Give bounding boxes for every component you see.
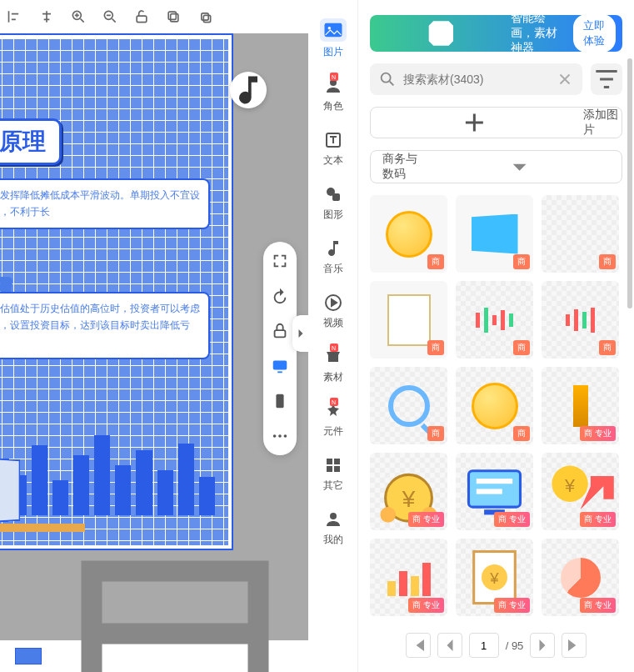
layout-icon[interactable]: [50, 529, 300, 672]
nav-item-文本[interactable]: 文本: [323, 127, 343, 171]
asset-badge: 商: [427, 426, 444, 441]
asset-item[interactable]: 商: [370, 195, 447, 273]
bar-chart-graphic[interactable]: [0, 415, 215, 515]
filter-button[interactable]: [591, 63, 622, 95]
asset-item[interactable]: 商: [542, 281, 619, 359]
new-badge: N: [330, 73, 338, 81]
asset-item[interactable]: 商: [370, 281, 447, 359]
ai-banner[interactable]: 智能绘画，素材神器 立即体验: [370, 15, 622, 52]
asset-badge: 商: [427, 254, 444, 269]
nav-label: 素材: [323, 370, 343, 384]
svg-rect-8: [273, 361, 287, 370]
asset-item[interactable]: ¥商 专业: [542, 453, 619, 530]
align-center-icon[interactable]: [38, 8, 55, 25]
svg-point-30: [380, 507, 396, 523]
asset-badge: 商 专业: [494, 598, 530, 613]
asset-badge: 商 专业: [494, 512, 530, 527]
zoom-out-icon[interactable]: [102, 8, 118, 25]
nav-item-其它[interactable]: 其它: [323, 452, 343, 496]
laptop-graphic[interactable]: [0, 454, 20, 527]
svg-point-26: [330, 513, 337, 519]
svg-rect-2: [137, 16, 147, 22]
canvas-document[interactable]: 原理 1 。能够发挥降低摊低成本平滑波动。单期投入不宜设置过高，不利于长 及时止…: [0, 33, 233, 550]
nav-item-视频[interactable]: 视频: [323, 289, 343, 333]
asset-badge: 商: [513, 426, 530, 441]
page-prev-button[interactable]: [437, 633, 462, 658]
asset-item[interactable]: ¥商 专业: [370, 453, 447, 530]
ai-banner-text: 智能绘画，素材神器: [511, 11, 565, 56]
nav-item-图形[interactable]: 图形: [323, 181, 343, 225]
nav-icon: [323, 293, 343, 313]
search-box[interactable]: [370, 63, 582, 95]
svg-rect-22: [327, 459, 332, 464]
nav-item-音乐[interactable]: 音乐: [323, 235, 343, 279]
svg-rect-14: [92, 571, 258, 672]
asset-item[interactable]: 商 专业: [542, 539, 619, 616]
redo-icon[interactable]: [271, 287, 289, 305]
copy-icon[interactable]: [165, 8, 182, 25]
asset-item[interactable]: 商 专业: [456, 453, 533, 530]
pagination: / 95: [370, 627, 622, 664]
asset-item[interactable]: 商 专业: [542, 367, 619, 444]
nav-label: 元件: [323, 424, 343, 439]
display-icon[interactable]: [271, 357, 289, 375]
asset-item[interactable]: ¥商 专业: [456, 539, 533, 616]
nav-item-图片[interactable]: 图片: [320, 15, 347, 63]
asset-item[interactable]: 商: [456, 281, 533, 359]
nav-item-素材[interactable]: N素材: [323, 344, 343, 388]
add-image-label: 添加图片: [583, 108, 622, 138]
page-next-button[interactable]: [530, 633, 555, 658]
clear-icon[interactable]: [556, 63, 574, 95]
ai-banner-button[interactable]: 立即体验: [573, 14, 616, 53]
page-input[interactable]: [469, 633, 499, 658]
nav-item-角色[interactable]: N角色: [323, 73, 343, 117]
align-left-icon[interactable]: [7, 8, 23, 25]
svg-rect-4: [168, 12, 176, 19]
asset-item[interactable]: 商: [456, 195, 533, 273]
svg-rect-5: [202, 13, 208, 20]
lock-icon[interactable]: [271, 322, 289, 340]
asset-badge: 商 专业: [580, 426, 616, 441]
nav-icon: [323, 130, 343, 150]
layers-icon[interactable]: [197, 8, 213, 25]
nav-item-我的[interactable]: 我的: [323, 506, 343, 550]
svg-rect-15: [324, 23, 342, 37]
scrollbar[interactable]: [627, 58, 632, 308]
zoom-in-icon[interactable]: [70, 8, 87, 25]
speech-bubble-2[interactable]: 基金的估值处于历史估值的高位时，投资者可以考虑卖出它，设置投资目标，达到该目标时…: [0, 292, 210, 359]
fullscreen-icon[interactable]: [271, 252, 289, 270]
canvas-title[interactable]: 原理: [0, 118, 62, 165]
svg-rect-35: [477, 489, 502, 494]
asset-item[interactable]: 商: [456, 367, 533, 444]
speech-bubble-1[interactable]: 。能够发挥降低摊低成本平滑波动。单期投入不宜设置过高，不利于长: [0, 178, 210, 229]
svg-rect-25: [334, 466, 340, 472]
phone-icon[interactable]: [271, 392, 289, 410]
asset-item[interactable]: 商: [370, 367, 447, 444]
unlock-icon[interactable]: [133, 8, 150, 25]
page-total: / 95: [506, 639, 524, 652]
nav-label: 图片: [323, 45, 343, 59]
nav-label: 角色: [323, 99, 343, 113]
search-input[interactable]: [403, 73, 549, 86]
new-badge: N: [330, 398, 338, 406]
nav-item-元件[interactable]: N元件: [323, 398, 343, 442]
category-select[interactable]: 商务与数码: [370, 150, 622, 183]
floating-toolbar: [263, 242, 297, 455]
page-thumbnail[interactable]: [15, 648, 42, 664]
page-first-button[interactable]: [406, 633, 431, 658]
add-image-button[interactable]: 添加图片: [370, 107, 622, 138]
svg-point-12: [278, 434, 282, 438]
asset-badge: 商: [513, 254, 530, 269]
nav-label: 视频: [323, 316, 343, 330]
more-icon[interactable]: [271, 427, 289, 445]
svg-point-27: [382, 73, 391, 83]
asset-item[interactable]: 商: [542, 195, 619, 273]
expand-panel-button[interactable]: [292, 315, 308, 352]
asset-item[interactable]: 商 专业: [370, 539, 447, 616]
nav-icon: [323, 184, 343, 204]
svg-rect-20: [332, 193, 340, 201]
music-button[interactable]: [230, 72, 267, 108]
page-last-button[interactable]: [562, 633, 587, 658]
nav-label: 其它: [323, 479, 343, 493]
svg-rect-34: [477, 479, 512, 484]
